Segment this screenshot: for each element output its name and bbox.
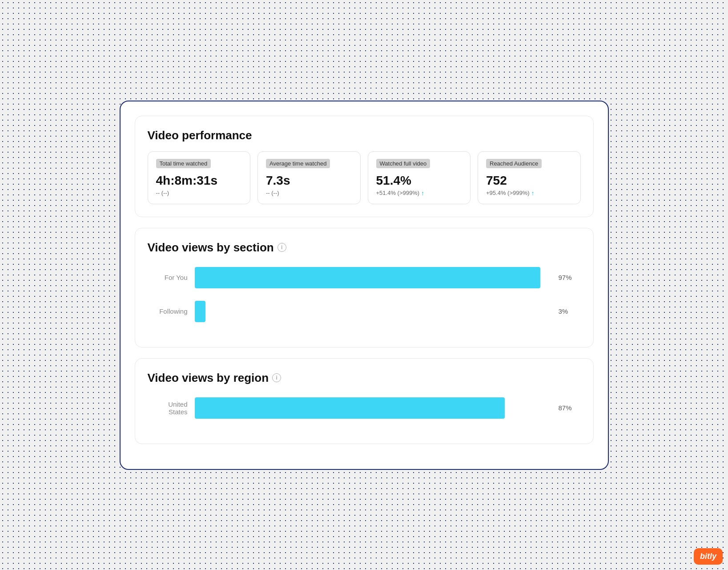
views-by-section-title: Video views by section i bbox=[148, 241, 581, 255]
bitly-logo: bitly bbox=[694, 548, 723, 565]
metric-value-full: 51.4% bbox=[376, 174, 463, 188]
bar-row-for-you: For You 97% bbox=[148, 267, 581, 288]
metric-watched-full-video: Watched full video 51.4% +51.4% (>999%) … bbox=[368, 151, 471, 204]
bar-label-us: United States bbox=[148, 400, 188, 416]
metric-change-total: -- (--) bbox=[156, 190, 242, 196]
views-by-region-title-text: Video views by region bbox=[148, 371, 269, 385]
main-card: Video performance Total time watched 4h:… bbox=[120, 101, 609, 470]
metric-label-avg: Average time watched bbox=[266, 159, 330, 168]
bar-track-for-you bbox=[195, 267, 551, 288]
metric-label-audience: Reached Audience bbox=[486, 159, 542, 168]
bar-fill-following bbox=[195, 301, 205, 322]
video-performance-section: Video performance Total time watched 4h:… bbox=[135, 116, 594, 217]
metric-change-full-text: +51.4% (>999%) bbox=[376, 190, 420, 196]
bar-row-following: Following 3% bbox=[148, 301, 581, 322]
metric-value-total: 4h:8m:31s bbox=[156, 174, 242, 188]
metric-value-audience: 752 bbox=[486, 174, 572, 188]
metric-value-avg: 7.3s bbox=[266, 174, 352, 188]
video-performance-title: Video performance bbox=[148, 129, 581, 142]
metric-label-total: Total time watched bbox=[156, 159, 211, 168]
bar-row-us: United States 87% bbox=[148, 397, 581, 419]
bar-pct-for-you: 97% bbox=[559, 274, 581, 281]
bar-fill-us bbox=[195, 397, 505, 419]
metrics-row: Total time watched 4h:8m:31s -- (--) Ave… bbox=[148, 151, 581, 204]
bar-label-for-you: For You bbox=[148, 274, 188, 281]
metric-change-audience: +95.4% (>999%) ↑ bbox=[486, 190, 572, 197]
views-by-section-info-icon[interactable]: i bbox=[278, 243, 286, 252]
metric-change-full: +51.4% (>999%) ↑ bbox=[376, 190, 463, 197]
views-by-region-section: Video views by region i United States 87… bbox=[135, 358, 594, 444]
metric-average-time-watched: Average time watched 7.3s -- (--) bbox=[257, 151, 361, 204]
views-by-section-chart: For You 97% Following 3% bbox=[148, 263, 581, 322]
metric-change-audience-text: +95.4% (>999%) bbox=[486, 190, 530, 196]
views-by-region-title: Video views by region i bbox=[148, 371, 581, 385]
bar-fill-for-you bbox=[195, 267, 541, 288]
up-arrow-full: ↑ bbox=[421, 190, 424, 197]
views-by-region-chart: United States 87% bbox=[148, 394, 581, 419]
bar-pct-us: 87% bbox=[559, 404, 581, 412]
metric-change-total-text: -- (--) bbox=[156, 190, 169, 196]
metric-total-time-watched: Total time watched 4h:8m:31s -- (--) bbox=[148, 151, 251, 204]
up-arrow-audience: ↑ bbox=[531, 190, 535, 197]
views-by-section-section: Video views by section i For You 97% Fol… bbox=[135, 228, 594, 348]
views-by-section-title-text: Video views by section bbox=[148, 241, 274, 255]
bar-track-us bbox=[195, 397, 551, 419]
bar-track-following bbox=[195, 301, 551, 322]
metric-change-avg-text: -- (--) bbox=[266, 190, 279, 196]
bar-pct-following: 3% bbox=[559, 307, 581, 315]
metric-label-full: Watched full video bbox=[376, 159, 430, 168]
metric-change-avg: -- (--) bbox=[266, 190, 352, 196]
views-by-region-info-icon[interactable]: i bbox=[272, 373, 281, 382]
video-performance-title-text: Video performance bbox=[148, 129, 252, 142]
metric-reached-audience: Reached Audience 752 +95.4% (>999%) ↑ bbox=[478, 151, 581, 204]
bar-label-following: Following bbox=[148, 307, 188, 315]
